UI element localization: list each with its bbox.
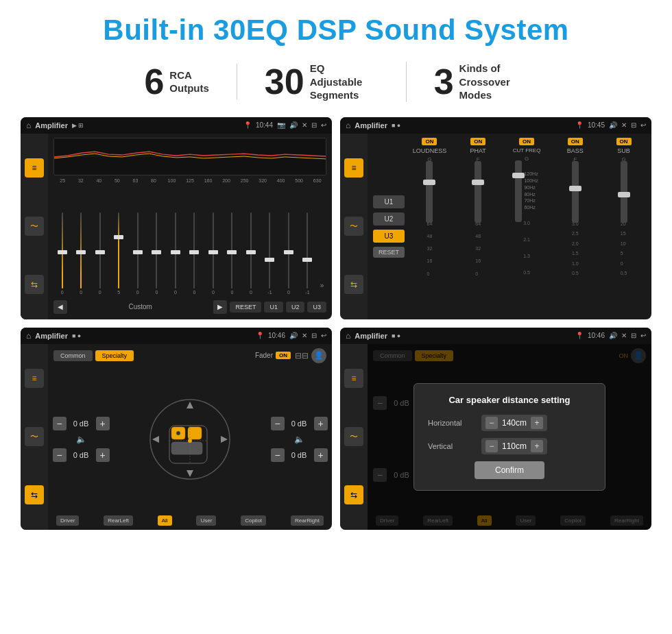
fader-col-12[interactable]: -1 xyxy=(261,212,279,295)
bass-fader[interactable] xyxy=(572,164,579,219)
fader-arrows-icon[interactable]: ⇆ xyxy=(25,485,44,504)
eq-next-button[interactable]: ▶ xyxy=(213,300,227,314)
home-icon-3[interactable]: ⌂ xyxy=(26,331,31,341)
db-minus-br[interactable]: − xyxy=(271,448,285,462)
tab-common[interactable]: Common xyxy=(53,350,93,361)
amp-u3-button[interactable]: U3 xyxy=(373,230,405,243)
db-minus-bl[interactable]: − xyxy=(53,448,67,462)
fader-col-8[interactable]: 0 xyxy=(186,212,204,295)
window-icon-4[interactable]: ⊟ xyxy=(631,332,636,339)
eq-footer: ◀ Custom ▶ RESET U1 U2 U3 xyxy=(53,299,326,315)
db-minus-tl[interactable]: − xyxy=(53,417,67,430)
back-icon-3[interactable]: ↩ xyxy=(321,332,326,339)
sub-fader[interactable] xyxy=(621,164,627,219)
vertical-plus-button[interactable]: + xyxy=(531,440,543,452)
fader-col-15[interactable]: » xyxy=(317,212,326,295)
screen4-time: 10:46 xyxy=(588,332,605,339)
amp-u2-button[interactable]: U2 xyxy=(373,212,405,225)
fader-col-7[interactable]: 0 xyxy=(167,212,184,295)
db-row-bottomright: − 0 dB + xyxy=(271,448,328,462)
amp-wave-icon[interactable]: 〜 xyxy=(344,217,363,236)
dialog-wave-icon[interactable]: 〜 xyxy=(344,427,363,446)
pin-icon-3: 📍 xyxy=(256,332,264,339)
eq-u2-button[interactable]: U2 xyxy=(286,302,305,313)
pos-driver[interactable]: Driver xyxy=(56,515,79,526)
dialog-eq-icon[interactable]: ≡ xyxy=(344,369,363,388)
cutfreq-fader[interactable]: 120Hz100Hz90Hz80Hz70Hz60Hz xyxy=(515,164,538,219)
fader-col-1[interactable]: 0 xyxy=(53,212,71,295)
eq-prev-button[interactable]: ◀ xyxy=(53,300,67,314)
eq-u3-button[interactable]: U3 xyxy=(307,302,326,313)
amp-u1-button[interactable]: U1 xyxy=(373,195,405,208)
fader-eq-icon[interactable]: ≡ xyxy=(25,369,44,388)
fader-col-5[interactable]: 0 xyxy=(129,212,147,295)
eq-faders: 0 0 0 5 xyxy=(53,186,326,295)
pos-rearright[interactable]: RearRight xyxy=(291,515,324,526)
db-plus-bl[interactable]: + xyxy=(96,448,110,462)
home-icon-2[interactable]: ⌂ xyxy=(346,121,350,130)
cutfreq-toggle[interactable]: ON xyxy=(519,138,534,145)
horizontal-plus-button[interactable]: + xyxy=(531,417,543,429)
wave-icon[interactable]: 〜 xyxy=(25,217,44,236)
pos-all[interactable]: All xyxy=(158,515,172,526)
fader-col-2[interactable]: 0 xyxy=(73,212,91,295)
eq-graph xyxy=(53,138,326,175)
eq-reset-button[interactable]: RESET xyxy=(230,302,261,313)
svg-marker-6 xyxy=(221,436,228,443)
amp-arrows-icon[interactable]: ⇆ xyxy=(344,275,363,294)
fader-col-11[interactable]: 0 xyxy=(242,212,260,295)
window-icon[interactable]: ⊟ xyxy=(311,121,317,129)
close-icon[interactable]: ✕ xyxy=(302,121,307,129)
db-minus-tr[interactable]: − xyxy=(271,417,285,430)
channel-loudness: ON LOUDNESS G 644832160 xyxy=(407,138,452,315)
phat-toggle[interactable]: ON xyxy=(470,138,485,145)
pos-copilot[interactable]: Copilot xyxy=(241,515,266,526)
fader-col-14[interactable]: -1 xyxy=(299,212,317,295)
back-icon-2[interactable]: ↩ xyxy=(640,121,646,129)
amp-reset-button[interactable]: RESET xyxy=(373,247,405,258)
bass-toggle[interactable]: ON xyxy=(568,138,583,145)
fader-col-10[interactable]: 0 xyxy=(224,212,241,295)
fader-col-3[interactable]: 0 xyxy=(91,212,109,295)
back-icon-4[interactable]: ↩ xyxy=(640,332,646,339)
close-icon-3[interactable]: ✕ xyxy=(302,332,307,339)
fader-col-4[interactable]: 5 xyxy=(110,212,128,295)
fader-col-9[interactable]: 0 xyxy=(204,212,222,295)
amp-main: U1 U2 U3 RESET ON LOUDNESS G xyxy=(368,134,651,319)
window-icon-2[interactable]: ⊟ xyxy=(631,121,636,129)
home-icon[interactable]: ⌂ xyxy=(26,121,31,130)
close-icon-4[interactable]: ✕ xyxy=(621,332,627,339)
eq-u1-button[interactable]: U1 xyxy=(264,302,283,313)
pos-rearleft[interactable]: RearLeft xyxy=(104,515,133,526)
dialog-arrows-icon[interactable]: ⇆ xyxy=(344,485,363,504)
db-plus-br[interactable]: + xyxy=(314,448,328,462)
eq-icon[interactable]: ≡ xyxy=(25,158,44,178)
db-plus-tr[interactable]: + xyxy=(314,417,328,430)
amp-eq-icon[interactable]: ≡ xyxy=(344,158,363,178)
vertical-value: 110cm xyxy=(501,441,528,451)
fader-on-badge[interactable]: ON xyxy=(276,352,291,359)
pos-user[interactable]: User xyxy=(196,515,216,526)
vertical-minus-button[interactable]: − xyxy=(485,440,498,452)
phat-fader[interactable] xyxy=(475,164,481,219)
fader-slider-icon[interactable]: ⊟⊟ xyxy=(295,351,309,361)
confirm-button[interactable]: Confirm xyxy=(475,461,544,479)
db-plus-tl[interactable]: + xyxy=(96,417,110,430)
cutfreq-sub: G xyxy=(525,156,529,162)
person-icon[interactable]: 👤 xyxy=(311,348,326,363)
screen1-icons: ▶ ⊞ xyxy=(72,122,84,129)
fader-col-6[interactable]: 0 xyxy=(148,212,166,295)
loudness-toggle[interactable]: ON xyxy=(422,138,437,145)
window-icon-3[interactable]: ⊟ xyxy=(311,332,317,339)
tab-specialty[interactable]: Specialty xyxy=(95,350,134,361)
amp-channels: ON LOUDNESS G 644832160 xyxy=(407,138,646,315)
back-icon[interactable]: ↩ xyxy=(321,121,326,129)
sub-toggle[interactable]: ON xyxy=(616,138,632,145)
arrows-icon[interactable]: ⇆ xyxy=(25,275,44,294)
fader-wave-icon[interactable]: 〜 xyxy=(25,427,44,446)
horizontal-minus-button[interactable]: − xyxy=(485,417,498,429)
fader-col-13[interactable]: 0 xyxy=(280,212,298,295)
home-icon-4[interactable]: ⌂ xyxy=(346,331,350,341)
close-icon-2[interactable]: ✕ xyxy=(621,121,627,129)
loudness-fader[interactable] xyxy=(426,164,433,219)
